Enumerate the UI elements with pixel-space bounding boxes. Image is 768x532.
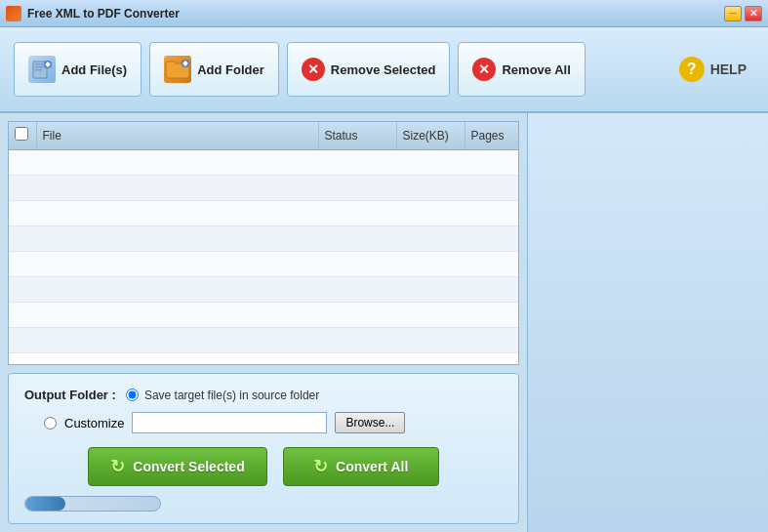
remove-selected-label: Remove Selected	[331, 62, 436, 77]
help-button[interactable]: ? HELP	[671, 49, 754, 90]
save-source-row: Save target file(s) in source folder	[126, 389, 319, 402]
svg-rect-3	[35, 69, 42, 71]
help-label: HELP	[710, 61, 747, 77]
close-button[interactable]: ✕	[745, 6, 762, 21]
left-panel: File Status Size(KB) Pages	[0, 113, 527, 532]
title-bar-left: Free XML to PDF Converter	[6, 6, 180, 21]
file-table: File Status Size(KB) Pages	[9, 122, 518, 353]
table-row	[9, 175, 518, 200]
convert-all-icon: ↻	[313, 456, 328, 477]
customize-radio[interactable]	[44, 417, 57, 430]
table-row	[9, 200, 518, 225]
browse-button[interactable]: Browse...	[335, 412, 405, 433]
save-source-label: Save target file(s) in source folder	[144, 389, 319, 402]
app-title: Free XML to PDF Converter	[27, 7, 180, 20]
table-header-size: Size(KB)	[396, 122, 465, 149]
remove-selected-button[interactable]: ✕ Remove Selected	[287, 42, 451, 97]
remove-all-icon: ✕	[472, 58, 496, 81]
remove-all-button[interactable]: ✕ Remove All	[458, 42, 585, 97]
customize-input[interactable]	[132, 412, 327, 433]
add-files-button[interactable]: Add File(s)	[14, 42, 141, 97]
table-body	[9, 149, 518, 352]
svg-rect-6	[46, 63, 51, 65]
table-row	[9, 276, 518, 302]
table-row	[9, 149, 518, 175]
svg-rect-1	[35, 63, 45, 65]
progress-fill	[25, 497, 65, 511]
table-row	[9, 327, 518, 352]
output-label: Output Folder :	[24, 388, 116, 402]
customize-label: Customize	[64, 416, 124, 430]
main-area: File Status Size(KB) Pages	[0, 113, 768, 532]
remove-all-label: Remove All	[502, 62, 570, 77]
table-header-file: File	[36, 122, 318, 149]
output-folder-row: Output Folder : Save target file(s) in s…	[24, 388, 503, 402]
output-section: Output Folder : Save target file(s) in s…	[8, 373, 519, 524]
app-icon	[6, 6, 21, 21]
table-row	[9, 251, 518, 276]
toolbar: Add File(s) Add Folder ✕ Remove Selected…	[0, 27, 768, 113]
add-files-label: Add File(s)	[61, 62, 127, 77]
convert-selected-label: Convert Selected	[133, 459, 244, 474]
save-source-radio[interactable]	[126, 389, 139, 401]
right-panel	[527, 113, 768, 532]
title-bar: Free XML to PDF Converter ─ ✕	[0, 0, 768, 27]
svg-rect-9	[183, 62, 188, 64]
table-row	[9, 302, 518, 327]
convert-selected-button[interactable]: ↻ Convert Selected	[88, 447, 266, 486]
convert-row: ↻ Convert Selected ↻ Convert All	[24, 447, 503, 486]
progress-bar	[24, 496, 161, 512]
add-folder-label: Add Folder	[197, 62, 264, 77]
title-bar-controls: ─ ✕	[724, 6, 762, 21]
svg-rect-2	[35, 66, 45, 68]
table-header-status: Status	[318, 122, 396, 149]
customize-row: Customize Browse...	[44, 412, 503, 433]
help-icon: ?	[679, 57, 705, 82]
convert-selected-icon: ↻	[110, 456, 125, 477]
convert-all-button[interactable]: ↻ Convert All	[283, 447, 439, 486]
minimize-button[interactable]: ─	[724, 6, 742, 21]
table-header-check	[9, 122, 36, 149]
add-folder-icon	[164, 56, 191, 83]
table-row	[9, 225, 518, 251]
table-header-pages: Pages	[465, 122, 518, 149]
add-folder-button[interactable]: Add Folder	[149, 42, 279, 97]
add-files-icon	[28, 56, 56, 83]
convert-all-label: Convert All	[336, 459, 408, 474]
file-table-container: File Status Size(KB) Pages	[8, 121, 519, 365]
select-all-checkbox[interactable]	[15, 127, 28, 141]
remove-selected-icon: ✕	[302, 58, 325, 81]
